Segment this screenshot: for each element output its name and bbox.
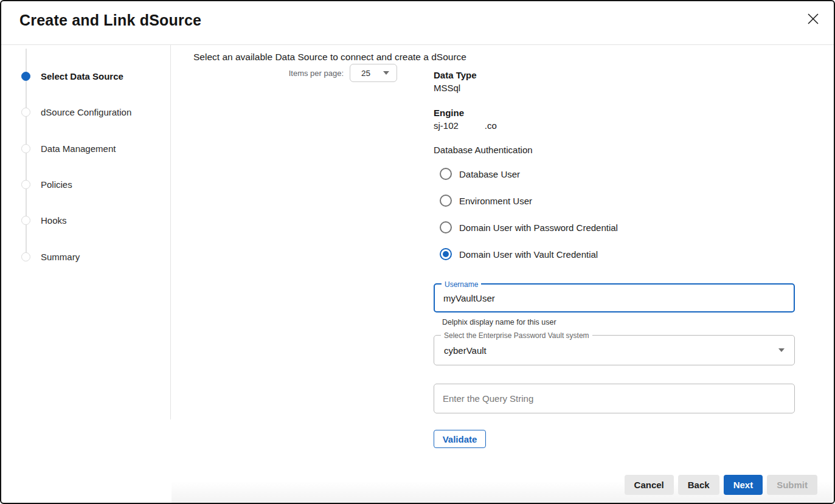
- data-type-value: MSSql: [434, 81, 795, 94]
- username-input[interactable]: [435, 285, 794, 311]
- step-summary[interactable]: Summary: [1, 238, 170, 274]
- step-data-management[interactable]: Data Management: [1, 131, 170, 167]
- radio-unselected-icon: [440, 195, 452, 207]
- items-per-page-label: Items per page:: [289, 69, 344, 78]
- radio-domain-user-vault[interactable]: Domain User with Vault Credential: [434, 241, 795, 268]
- dialog-body: Select Data Source dSource Configuration…: [1, 45, 834, 504]
- content-heading: Select an available Data Source to conne…: [193, 52, 466, 63]
- engine-value: sj-102.co: [434, 119, 795, 132]
- engine-label: Engine: [434, 106, 795, 119]
- engine-block: Engine sj-102.co: [434, 106, 795, 132]
- radio-label: Database User: [459, 169, 520, 179]
- radio-label: Domain User with Vault Credential: [459, 249, 598, 260]
- query-string-input[interactable]: [434, 384, 794, 413]
- step-label: Hooks: [41, 215, 67, 226]
- step-circle-icon: [21, 252, 30, 261]
- footer-actions: Cancel Back Next Submit: [625, 475, 817, 495]
- username-field: Username: [434, 283, 795, 312]
- data-type-label: Data Type: [434, 69, 795, 81]
- step-label: Summary: [41, 252, 80, 262]
- wizard-stepper: Select Data Source dSource Configuration…: [1, 45, 171, 419]
- vault-system-select[interactable]: Select the Enterprise Password Vault sys…: [434, 335, 795, 365]
- close-button[interactable]: [806, 12, 820, 27]
- step-dsource-configuration[interactable]: dSource Configuration: [1, 94, 170, 130]
- radio-label: Environment User: [459, 196, 532, 206]
- close-icon: [806, 12, 820, 27]
- chevron-down-icon: [778, 348, 785, 352]
- radio-selected-icon: [440, 248, 452, 260]
- pagination-controls: Items per page: 25: [172, 64, 397, 82]
- radio-label: Domain User with Password Credential: [459, 223, 618, 233]
- step-circle-icon: [21, 108, 30, 117]
- radio-environment-user[interactable]: Environment User: [434, 187, 795, 214]
- dialog-title: Create and Link dSource: [19, 12, 201, 29]
- items-per-page-value: 25: [361, 69, 383, 78]
- step-hooks[interactable]: Hooks: [1, 202, 170, 238]
- cancel-button[interactable]: Cancel: [625, 475, 674, 495]
- back-button[interactable]: Back: [678, 475, 719, 495]
- auth-radio-group: Database User Environment User Domain Us…: [434, 161, 795, 268]
- data-type-block: Data Type MSSql: [434, 69, 795, 94]
- main-content: Select an available Data Source to conne…: [172, 45, 834, 504]
- step-select-data-source[interactable]: Select Data Source: [1, 58, 170, 94]
- radio-domain-user-password[interactable]: Domain User with Password Credential: [434, 214, 795, 241]
- dialog-header: Create and Link dSource: [1, 1, 834, 45]
- next-button[interactable]: Next: [724, 475, 763, 495]
- step-circle-icon: [21, 180, 30, 189]
- radio-unselected-icon: [440, 221, 452, 233]
- validate-button[interactable]: Validate: [434, 430, 486, 448]
- step-circle-icon: [21, 216, 30, 225]
- submit-button[interactable]: Submit: [767, 475, 817, 495]
- username-field-label: Username: [442, 280, 481, 289]
- database-authentication-label: Database Authentication: [434, 144, 795, 156]
- vault-system-selected-value: cyberVault: [444, 345, 778, 356]
- engine-domain: .co: [485, 120, 497, 131]
- vault-system-select-label: Select the Enterprise Password Vault sys…: [441, 331, 592, 340]
- create-dsource-dialog: Create and Link dSource Select Data Sour…: [0, 0, 835, 504]
- radio-unselected-icon: [440, 168, 452, 180]
- step-label: Data Management: [41, 143, 116, 154]
- query-string-field: [434, 384, 795, 413]
- step-label: dSource Configuration: [41, 107, 131, 117]
- chevron-down-icon: [383, 71, 389, 75]
- step-label: Select Data Source: [41, 71, 123, 81]
- step-circle-icon: [21, 144, 30, 153]
- radio-database-user[interactable]: Database User: [434, 161, 795, 187]
- step-policies[interactable]: Policies: [1, 167, 170, 202]
- engine-host: sj-102: [434, 120, 459, 131]
- username-helper-text: Delphix display name for this user: [442, 318, 795, 326]
- step-circle-active-icon: [21, 72, 30, 81]
- items-per-page-select[interactable]: 25: [350, 64, 397, 82]
- step-label: Policies: [41, 179, 72, 190]
- data-source-details-panel: Data Type MSSql Engine sj-102.co Databas…: [434, 69, 795, 448]
